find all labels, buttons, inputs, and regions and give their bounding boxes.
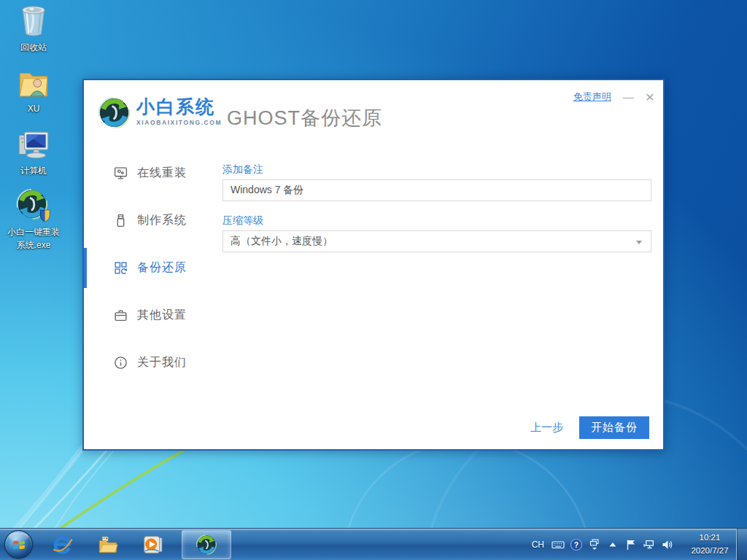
note-label: 添加备注: [222, 163, 263, 176]
keyboard-icon[interactable]: [551, 538, 565, 551]
page-title: GHOST备份还原: [227, 105, 382, 131]
clock-date: 2020/7/27: [691, 545, 728, 557]
sidebar: 在线重装 制作系统 备份还原: [84, 149, 222, 386]
brand-block: 小白系统 XIAOBAIXITONG.COM: [136, 98, 222, 126]
help-icon[interactable]: ?: [570, 538, 583, 551]
sidebar-item-label: 备份还原: [137, 260, 187, 276]
desktop-icon-xiaobai-exe[interactable]: 小白一键重装 系统.exe: [0, 187, 67, 252]
desktop-icon-label: 计算机: [20, 165, 47, 177]
sidebar-item-label: 其他设置: [137, 308, 187, 323]
language-indicator[interactable]: CH: [530, 540, 546, 550]
chevron-down-icon: [636, 241, 642, 244]
sidebar-item-make-system[interactable]: 制作系统: [84, 197, 222, 244]
show-desktop-button[interactable]: [736, 529, 747, 560]
desktop-icon-label: 回收站: [20, 42, 47, 54]
sidebar-item-label: 关于我们: [137, 355, 187, 370]
monitor-icon: [113, 166, 128, 181]
taskbar: CH ?: [0, 528, 747, 560]
volume-icon[interactable]: [661, 538, 674, 551]
desktop-icon-computer[interactable]: 计算机: [0, 126, 67, 177]
taskbar-pinned-icons: [52, 534, 164, 556]
media-player-icon[interactable]: [142, 534, 164, 556]
windows-explorer-icon[interactable]: [97, 534, 119, 556]
taskbar-clock[interactable]: 10:21 2020/7/27: [685, 529, 735, 560]
desktop-icon-label: 小白一键重装 系统.exe: [7, 226, 60, 252]
start-backup-button[interactable]: 开始备份: [579, 416, 649, 439]
desktop-icons: 回收站 XU 计算机 小白一键重装 系统.exe: [0, 3, 67, 252]
restore-window-icon[interactable]: [588, 538, 601, 551]
internet-explorer-icon[interactable]: [52, 534, 74, 556]
back-button[interactable]: 上一步: [530, 421, 563, 435]
usb-drive-icon: [113, 213, 128, 228]
brand-name: 小白系统: [136, 98, 222, 116]
desktop-icon-xu-folder[interactable]: XU: [0, 64, 67, 115]
brand-domain: XIAOBAIXITONG.COM: [136, 119, 222, 126]
sidebar-item-online-reinstall[interactable]: 在线重装: [84, 149, 222, 197]
sidebar-item-label: 在线重装: [137, 166, 187, 181]
close-button[interactable]: ×: [646, 89, 654, 104]
computer-icon: [15, 126, 52, 163]
compression-label: 压缩等级: [222, 214, 263, 228]
compression-select[interactable]: 高（文件小，速度慢）: [222, 230, 651, 252]
footer-actions: 上一步 开始备份: [530, 416, 649, 439]
taskbar-active-app-xiaobai[interactable]: [182, 530, 231, 559]
start-button[interactable]: [4, 530, 33, 559]
desktop-icon-label: XU: [28, 103, 40, 115]
action-center-flag-icon[interactable]: [624, 538, 638, 551]
windows-flag-icon: [12, 537, 26, 552]
desktop-icon-recycle-bin[interactable]: 回收站: [0, 3, 67, 54]
titlebar-controls: 免责声明 — ×: [573, 89, 654, 104]
clock-time: 10:21: [700, 532, 721, 544]
sidebar-item-backup-restore[interactable]: 备份还原: [84, 244, 222, 292]
sidebar-item-label: 制作系统: [137, 213, 187, 228]
xiaobai-app-icon: [196, 534, 217, 556]
info-icon: [113, 355, 128, 370]
backup-grid-icon: [113, 260, 128, 276]
xiaobai-app-icon: [15, 187, 52, 224]
system-tray: CH ?: [530, 529, 674, 560]
sidebar-item-other-settings[interactable]: 其他设置: [84, 292, 222, 339]
network-icon[interactable]: [643, 538, 656, 551]
xiaobai-ghost-backup-window: 免责声明 — × 小白系统 XIAOBAIXITONG.COM GHOST备份还…: [82, 79, 665, 451]
hidden-icons-arrow-icon[interactable]: [606, 538, 619, 551]
user-folder-icon: [15, 64, 52, 101]
recycle-bin-icon: [15, 3, 52, 39]
compression-selected-value: 高（文件小，速度慢）: [231, 235, 333, 248]
xiaobai-logo-icon: [97, 96, 131, 130]
note-input[interactable]: [222, 179, 651, 201]
minimize-button[interactable]: —: [623, 91, 634, 102]
help-glyph: ?: [574, 540, 578, 548]
sidebar-item-about-us[interactable]: 关于我们: [84, 339, 222, 386]
briefcase-icon: [113, 308, 128, 323]
disclaimer-link[interactable]: 免责声明: [573, 90, 611, 104]
